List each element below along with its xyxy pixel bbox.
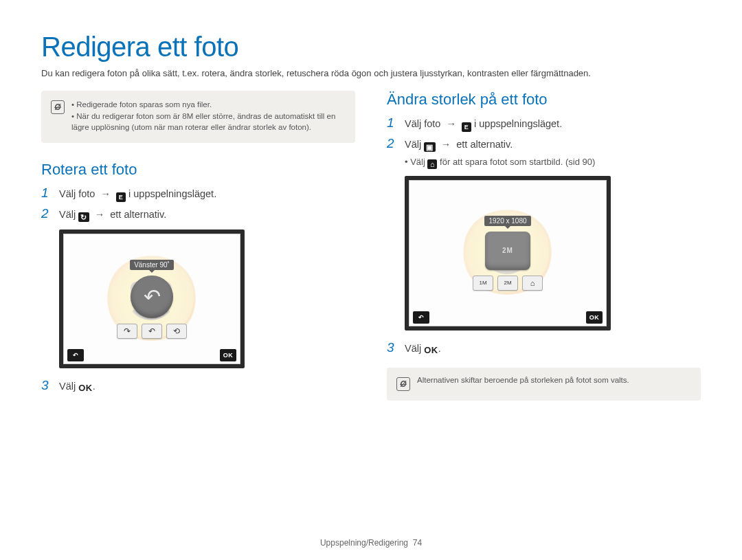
- resize-step-1: 1 Välj foto → E i uppspelningsläget.: [387, 115, 701, 132]
- resize-note-box: Ø Alternativen skiftar beroende på storl…: [387, 368, 701, 401]
- top-note-box: Ø Redigerade foton sparas som nya filer.…: [41, 91, 355, 143]
- step-number: 1: [41, 186, 52, 201]
- ok-button[interactable]: OK: [220, 349, 236, 361]
- step-text: för att spara fotot som startbild. (sid …: [440, 157, 595, 167]
- ok-label-icon: OK: [78, 381, 93, 395]
- note-item: När du redigerar foton som är 8M eller s…: [71, 111, 346, 133]
- step-text: Välj foto: [405, 118, 440, 129]
- resize-step-3: 3 Välj OK.: [387, 340, 701, 357]
- rotate-tooltip: Vänster 90˚: [130, 260, 174, 270]
- note-text: Alternativen skiftar beroende på storlek…: [417, 376, 629, 391]
- back-button[interactable]: ↶: [413, 311, 429, 324]
- resize-tooltip: 1920 x 1080: [484, 216, 530, 226]
- resize-knob-label: 2M: [502, 247, 513, 254]
- resize-option-2-button[interactable]: 2M: [497, 276, 518, 291]
- rotate-knob: ↶: [131, 276, 173, 318]
- page-title: Redigera ett foto: [41, 32, 701, 63]
- rotate-left-button[interactable]: ↶: [142, 324, 162, 339]
- back-button[interactable]: ↶: [67, 349, 84, 361]
- step-text: i uppspelningsläget.: [128, 188, 216, 199]
- step-text: ett alternativ.: [456, 139, 513, 150]
- rotate-right-button[interactable]: ↷: [117, 324, 137, 339]
- resize-icon: [424, 142, 436, 152]
- step-text: Välj: [405, 343, 421, 354]
- startup-image-icon: [427, 159, 437, 169]
- note-icon: Ø: [396, 377, 410, 391]
- step-number: 1: [387, 115, 398, 131]
- step-number: 3: [41, 378, 52, 393]
- resize-step-2-sub: Välj för att spara fotot som startbild. …: [405, 157, 701, 169]
- step-number: 2: [41, 206, 52, 221]
- edit-mode-icon: E: [462, 122, 471, 132]
- rotate-step-2: 2 Välj → ett alternativ.: [41, 206, 355, 223]
- step-number: 2: [387, 136, 398, 151]
- step-number: 3: [387, 340, 398, 355]
- note-item: Redigerade foton sparas som nya filer.: [71, 99, 346, 111]
- resize-step-2: 2 Välj → ett alternativ.: [387, 136, 701, 153]
- footer-section: Uppspelning/Redigering: [320, 538, 408, 548]
- ok-label-icon: OK: [424, 344, 438, 357]
- step-text: Välj: [59, 381, 76, 392]
- step-text: Välj: [59, 209, 76, 220]
- step-text: Välj foto: [59, 188, 95, 199]
- note-icon: Ø: [51, 100, 65, 114]
- resize-option-1-button[interactable]: 1M: [473, 276, 493, 291]
- rotate-step-3: 3 Välj OK.: [41, 378, 355, 395]
- edit-mode-icon: E: [116, 192, 126, 202]
- arrow-glyph: →: [95, 208, 105, 223]
- rotate-heading: Rotera ett foto: [41, 161, 355, 179]
- arrow-glyph: →: [446, 117, 456, 132]
- ok-button[interactable]: OK: [586, 311, 603, 324]
- arrow-glyph: →: [100, 187, 111, 202]
- rotate-lcd-preview: 🙂 Vänster 90˚ ↶ ↷ ↶ ⟲ ↶ OK: [59, 229, 245, 369]
- step-text: ett alternativ.: [110, 209, 166, 220]
- page-footer: Uppspelning/Redigering 74: [0, 538, 742, 548]
- rotate-180-button[interactable]: ⟲: [166, 324, 187, 339]
- step-text: Välj: [410, 157, 425, 167]
- rotate-step-1: 1 Välj foto → E i uppspelningsläget.: [41, 186, 355, 202]
- resize-heading: Ändra storlek på ett foto: [387, 91, 701, 109]
- resize-knob: 2M: [485, 232, 530, 270]
- note-list: Redigerade foton sparas som nya filer. N…: [71, 99, 346, 133]
- resize-options-row: 1M 2M ⌂: [473, 276, 543, 291]
- resize-lcd-preview: 🙂 1920 x 1080 2M 1M 2M ⌂ ↶ OK: [405, 176, 611, 331]
- step-text: Välj: [405, 139, 421, 150]
- rotate-icon: [78, 212, 89, 222]
- right-column: Ändra storlek på ett foto 1 Välj foto → …: [387, 91, 701, 418]
- arrow-glyph: →: [441, 137, 451, 153]
- left-column: Ø Redigerade foton sparas som nya filer.…: [41, 91, 355, 418]
- step-text: i uppspelningsläget.: [474, 118, 562, 129]
- resize-option-startup-button[interactable]: ⌂: [522, 276, 543, 291]
- intro-text: Du kan redigera foton på olika sätt, t.e…: [41, 68, 701, 78]
- footer-page-number: 74: [413, 538, 422, 548]
- rotate-options-row: ↷ ↶ ⟲: [117, 324, 187, 339]
